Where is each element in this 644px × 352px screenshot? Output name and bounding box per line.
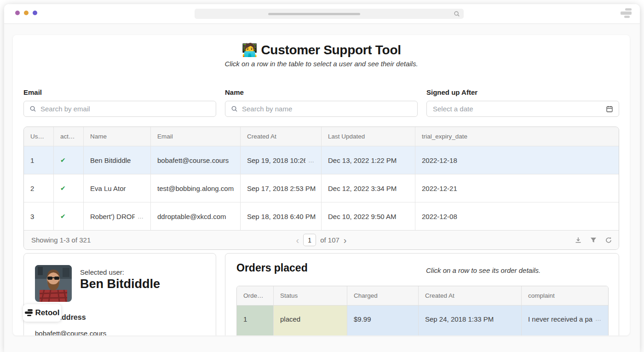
orders-placed-card: Orders placed Click on a row to see its … bbox=[225, 253, 619, 335]
selected-user-name: Ben Bitdiddle bbox=[80, 277, 160, 291]
window-maximize-button[interactable] bbox=[33, 11, 37, 15]
cell-created-at: Sep 17, 2018 2:53 PM bbox=[240, 174, 321, 202]
retool-badge-label: Retool bbox=[35, 308, 60, 317]
table-row[interactable]: 2 ✔ Eva Lu Ator test@bobbing.along.com S… bbox=[24, 174, 619, 202]
cell-created-at: Sep 24, 2018 1:33 PM bbox=[418, 306, 521, 335]
orders-subtitle: Click on a row to see its order details. bbox=[426, 266, 540, 274]
window-close-button[interactable] bbox=[15, 11, 20, 15]
column-header-last-updated[interactable]: Last Updated bbox=[321, 127, 415, 146]
cell-email: ddroptable@xkcd.com bbox=[150, 202, 240, 230]
pagination: ‹ of 107 › bbox=[296, 234, 346, 246]
cell-active: ✔ bbox=[53, 174, 83, 202]
check-icon: ✔ bbox=[60, 185, 66, 192]
overflow-ellipsis[interactable]: … bbox=[595, 315, 602, 322]
orders-title: Orders placed bbox=[236, 262, 308, 274]
window-menu-icon[interactable] bbox=[620, 8, 632, 19]
cell-charged: $9.99 bbox=[347, 306, 418, 335]
filter-icon[interactable] bbox=[590, 237, 597, 244]
search-icon bbox=[231, 105, 238, 112]
email-filter: Email bbox=[23, 88, 216, 117]
cell-user-id: 2 bbox=[24, 174, 53, 202]
orders-table-header: Orde… Status Charged Created At complain… bbox=[237, 286, 608, 305]
cell-name: Robert') DROP… bbox=[83, 202, 150, 230]
cell-order-id: 1 bbox=[237, 306, 273, 335]
cell-email: bobafett@course.cours bbox=[150, 146, 240, 174]
email-search-input[interactable] bbox=[24, 101, 216, 116]
cell-created-at: Sep 18, 2018 6:40 PM bbox=[240, 202, 321, 230]
users-table-footer: Showing 1-3 of 321 ‹ of 107 › bbox=[24, 230, 619, 249]
filter-bar: Email Name Signed up After bbox=[23, 88, 619, 117]
name-search-input[interactable] bbox=[225, 101, 417, 116]
table-row[interactable]: 1 ✔ Ben Bitdiddle bobafett@course.cours … bbox=[24, 146, 619, 174]
signed-up-after-label: Signed up After bbox=[426, 88, 619, 96]
page-title: 🧑‍💻 Customer Support Tool bbox=[13, 42, 630, 58]
search-icon bbox=[29, 105, 36, 112]
name-filter-label: Name bbox=[225, 88, 418, 96]
users-table: Us… act… Name Email Created At Last Upda… bbox=[23, 127, 619, 250]
cell-status: placed bbox=[273, 306, 347, 335]
download-icon[interactable] bbox=[575, 237, 582, 244]
retool-logo-icon bbox=[25, 309, 33, 317]
column-header-created-at[interactable]: Created At bbox=[240, 127, 321, 146]
address-bar[interactable] bbox=[195, 9, 464, 19]
check-icon: ✔ bbox=[60, 213, 66, 220]
orders-table: Orde… Status Charged Created At complain… bbox=[236, 286, 609, 335]
table-row[interactable]: 1 placed $9.99 Sep 24, 2018 1:33 PM I ne… bbox=[237, 305, 608, 335]
overflow-ellipsis[interactable]: … bbox=[308, 157, 315, 164]
column-header-user-id[interactable]: Us… bbox=[24, 127, 53, 146]
cell-last-updated: Dec 10, 2022 9:50 AM bbox=[321, 202, 415, 230]
previous-page-button[interactable]: ‹ bbox=[296, 236, 299, 245]
browser-window: 🧑‍💻 Customer Support Tool Click on a row… bbox=[4, 4, 640, 352]
column-header-active[interactable]: act… bbox=[53, 127, 83, 146]
app-panel: 🧑‍💻 Customer Support Tool Click on a row… bbox=[13, 35, 630, 335]
selected-user-card: Selected user: Ben Bitdiddle Email Addre… bbox=[23, 253, 216, 335]
next-page-button[interactable]: › bbox=[344, 236, 347, 245]
table-row[interactable]: 3 ✔ Robert') DROP… ddroptable@xkcd.com S… bbox=[24, 202, 619, 230]
address-bar-redacted-text bbox=[268, 13, 360, 15]
column-header-complaint[interactable]: complaint bbox=[521, 286, 608, 305]
page-subtitle: Click on a row in the table to select a … bbox=[13, 60, 630, 68]
overflow-ellipsis[interactable]: … bbox=[138, 213, 144, 220]
column-header-status[interactable]: Status bbox=[273, 286, 347, 305]
cell-created-at: Sep 19, 2018 10:26… bbox=[240, 146, 321, 174]
window-minimize-button[interactable] bbox=[24, 11, 29, 15]
check-icon: ✔ bbox=[60, 156, 66, 164]
cell-last-updated: Dec 12, 2022 3:34 PM bbox=[321, 174, 415, 202]
cell-user-id: 1 bbox=[24, 146, 53, 174]
cell-last-updated: Dec 13, 2022 1:22 PM bbox=[321, 146, 415, 174]
page-number-input[interactable] bbox=[303, 234, 316, 246]
browser-titlebar bbox=[4, 4, 640, 24]
column-header-created-at[interactable]: Created At bbox=[418, 286, 521, 305]
column-header-charged[interactable]: Charged bbox=[347, 286, 418, 305]
search-icon bbox=[454, 11, 460, 17]
name-filter: Name bbox=[225, 88, 418, 117]
cell-active: ✔ bbox=[53, 202, 83, 230]
selected-user-label: Selected user: bbox=[80, 268, 124, 276]
column-header-order-id[interactable]: Orde… bbox=[237, 286, 273, 305]
column-header-trial-expiry-date[interactable]: trial_expiry_date bbox=[415, 127, 619, 146]
date-picker-input[interactable] bbox=[427, 101, 619, 116]
users-table-header: Us… act… Name Email Created At Last Upda… bbox=[24, 127, 619, 146]
cell-name: Ben Bitdiddle bbox=[83, 146, 150, 174]
cell-user-id: 3 bbox=[24, 202, 53, 230]
refresh-icon[interactable] bbox=[605, 237, 612, 244]
signed-up-after-filter: Signed up After bbox=[426, 88, 619, 117]
cell-trial-expiry-date: 2022-12-08 bbox=[415, 202, 619, 230]
email-filter-label: Email bbox=[23, 88, 216, 96]
cell-trial-expiry-date: 2022-12-21 bbox=[415, 174, 619, 202]
cell-active: ✔ bbox=[53, 146, 83, 174]
cell-email: test@bobbing.along.com bbox=[150, 174, 240, 202]
cell-complaint: I never received a pac… bbox=[521, 306, 608, 335]
avatar bbox=[35, 265, 72, 302]
retool-badge[interactable]: Retool bbox=[23, 304, 61, 322]
cell-name: Eva Lu Ator bbox=[83, 174, 150, 202]
email-address-value: bobafett@course.cours bbox=[35, 329, 106, 335]
column-header-name[interactable]: Name bbox=[83, 127, 150, 146]
column-header-email[interactable]: Email bbox=[150, 127, 240, 146]
window-controls bbox=[15, 11, 37, 15]
page-total-label: of 107 bbox=[320, 236, 339, 244]
row-count-status: Showing 1-3 of 321 bbox=[31, 236, 91, 244]
cell-trial-expiry-date: 2022-12-18 bbox=[415, 146, 619, 174]
calendar-icon[interactable] bbox=[606, 105, 613, 113]
